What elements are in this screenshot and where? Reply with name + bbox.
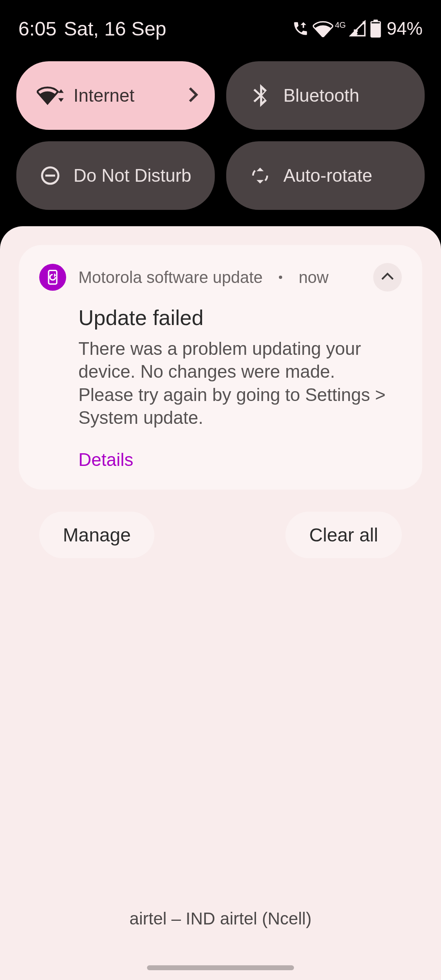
notification-header: Motorola software update now <box>39 263 402 292</box>
dnd-icon <box>37 166 64 185</box>
svg-rect-3 <box>372 22 380 23</box>
wifi-icon <box>313 20 333 37</box>
svg-text:R: R <box>353 29 358 36</box>
qs-tile-label: Bluetooth <box>283 85 359 106</box>
qs-tile-autorotate[interactable]: Auto-rotate <box>226 141 425 210</box>
battery-percent: 94% <box>387 18 423 39</box>
status-time: 6:05 <box>18 18 56 40</box>
gesture-nav-bar[interactable] <box>147 965 294 970</box>
wifi-icon <box>37 85 64 106</box>
quick-settings-panel: Internet Bluetooth Do Not Disturb Auto-r… <box>0 49 441 226</box>
notification-body: There was a problem updating your device… <box>78 337 402 429</box>
notification-source: Motorola software update <box>78 268 263 287</box>
wifi-calling-icon <box>292 20 310 37</box>
chevron-right-icon <box>188 87 198 105</box>
qs-tile-label: Auto-rotate <box>283 165 372 186</box>
autorotate-icon <box>247 165 274 186</box>
chevron-up-icon <box>381 272 394 282</box>
qs-tile-bluetooth[interactable]: Bluetooth <box>226 61 425 130</box>
network-type-label: 4G <box>335 21 346 29</box>
qs-tile-internet[interactable]: Internet <box>16 61 215 130</box>
qs-tile-label: Do Not Disturb <box>74 165 192 186</box>
manage-button[interactable]: Manage <box>39 512 154 558</box>
clear-all-button[interactable]: Clear all <box>285 512 402 558</box>
status-bar: 6:05 Sat, 16 Sep 4G R 94% <box>0 0 441 49</box>
qs-tile-label: Internet <box>74 85 134 106</box>
signal-icon: R <box>349 20 366 37</box>
status-icons: 4G R 94% <box>292 18 423 39</box>
qs-tile-dnd[interactable]: Do Not Disturb <box>16 141 215 210</box>
battery-icon <box>370 20 382 38</box>
svg-rect-2 <box>373 20 378 22</box>
notification-shade: Motorola software update now Update fail… <box>0 226 441 980</box>
notification-action-details[interactable]: Details <box>78 450 402 470</box>
separator-dot <box>279 276 282 279</box>
status-date: Sat, 16 Sep <box>64 18 166 40</box>
notification-card[interactable]: Motorola software update now Update fail… <box>19 245 422 490</box>
shade-actions: Manage Clear all <box>19 490 422 558</box>
update-app-icon <box>39 264 66 291</box>
bluetooth-icon <box>247 84 274 107</box>
svg-rect-1 <box>370 21 381 38</box>
notification-time: now <box>298 268 328 287</box>
carrier-label: airtel – IND airtel (Ncell) <box>19 909 422 965</box>
collapse-button[interactable] <box>373 263 402 292</box>
notification-title: Update failed <box>78 305 402 330</box>
